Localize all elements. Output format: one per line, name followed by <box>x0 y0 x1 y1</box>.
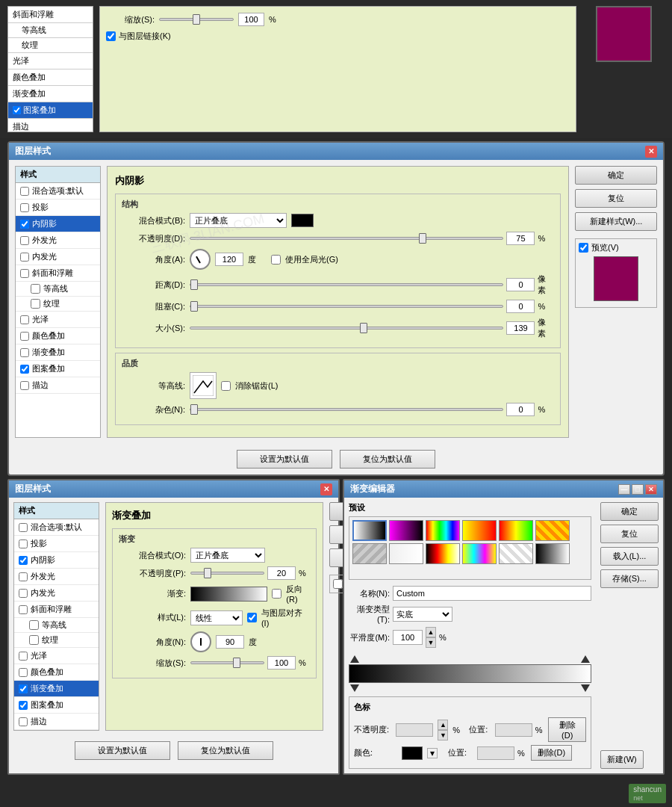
dialog1-reset-default-btn[interactable]: 复位为默认值 <box>340 450 435 469</box>
dialog2-set-default-btn[interactable]: 设置为默认值 <box>75 741 170 760</box>
distance-value-input[interactable] <box>506 278 535 291</box>
dialog1-set-default-btn[interactable]: 设置为默认值 <box>237 450 332 469</box>
opacity-slider[interactable] <box>190 237 503 240</box>
sidebar1-blend[interactable]: 混合选项:默认 <box>16 183 100 200</box>
preset-11[interactable] <box>499 543 533 564</box>
sidebar1-satin[interactable]: 光泽 <box>16 312 100 328</box>
sidebar1-shadow-check[interactable] <box>20 203 29 212</box>
position-field-input[interactable] <box>495 723 532 737</box>
sidebar1-texture[interactable]: 纹理 <box>16 297 100 312</box>
sidebar2-texture-check[interactable] <box>29 635 39 645</box>
sidebar2-satin[interactable]: 光泽 <box>14 648 99 664</box>
anti-alias-check[interactable] <box>221 381 231 391</box>
sidebar2-inner-shadow-check[interactable] <box>19 556 28 565</box>
preset-12[interactable] <box>535 543 570 564</box>
win-minimize-btn[interactable]: — <box>618 484 630 495</box>
sidebar2-texture[interactable]: 纹理 <box>14 633 99 648</box>
angle-dial[interactable] <box>190 249 211 270</box>
sidebar2-outer-glow[interactable]: 外发光 <box>14 569 99 585</box>
delete-color-btn[interactable]: 删除(D) <box>531 745 572 761</box>
dialog1-ok-btn[interactable]: 确定 <box>575 166 657 185</box>
blend-color-swatch[interactable] <box>291 214 314 227</box>
link-layer-checkbox[interactable] <box>106 31 116 41</box>
reverse-check[interactable] <box>272 589 281 599</box>
size-slider[interactable] <box>190 327 503 330</box>
sidebar2-blend-check[interactable] <box>19 523 28 532</box>
sidebar2-contour-check[interactable] <box>29 620 39 630</box>
opacity-stop-left[interactable] <box>350 655 359 663</box>
dialog1-new-style-btn[interactable]: 新建样式(W)... <box>575 212 657 231</box>
sidebar2-pattern-overlay-check[interactable] <box>19 701 28 710</box>
sidebar2-shadow[interactable]: 投影 <box>14 536 99 552</box>
sidebar2-stroke[interactable]: 描边 <box>14 714 99 730</box>
smoothness-up-btn[interactable]: ▲ <box>426 627 436 637</box>
sidebar2-contour[interactable]: 等高线 <box>14 618 99 633</box>
grad-editor-save-btn[interactable]: 存储(S)... <box>600 569 659 588</box>
grad-editor-reset-btn[interactable]: 复位 <box>600 525 659 543</box>
name-input[interactable] <box>393 586 591 601</box>
preset-4[interactable] <box>462 520 497 541</box>
smoothness-down-btn[interactable]: ▼ <box>426 637 436 648</box>
sidebar2-blend[interactable]: 混合选项:默认 <box>14 519 99 536</box>
smoothness-input[interactable] <box>393 630 423 645</box>
preset-8[interactable] <box>389 543 423 564</box>
grad-blend-select[interactable]: 正片叠底 <box>190 548 265 563</box>
global-light-check[interactable] <box>271 255 281 265</box>
sidebar1-texture-check[interactable] <box>31 299 40 309</box>
grad-opacity-value[interactable] <box>267 566 296 580</box>
color-dropdown-btn[interactable]: ▾ <box>427 748 438 758</box>
sidebar1-stroke-check[interactable] <box>20 381 29 390</box>
opacity-stop-right[interactable] <box>581 655 590 663</box>
sidebar2-inner-glow-check[interactable] <box>19 589 28 598</box>
sidebar1-pattern-overlay-check[interactable] <box>20 365 29 374</box>
grad-style-select[interactable]: 线性 <box>190 610 243 625</box>
preset-9[interactable] <box>426 543 460 564</box>
grad-opacity-slider[interactable] <box>190 572 264 575</box>
size-value-input[interactable] <box>506 321 535 335</box>
choke-slider[interactable] <box>190 305 503 308</box>
dialog2-close-btn[interactable]: ✕ <box>320 483 332 495</box>
win-close-btn[interactable]: ✕ <box>645 484 657 495</box>
sidebar2-inner-shadow[interactable]: 内阴影 <box>14 552 99 569</box>
dialog1-preview-check[interactable] <box>579 243 588 253</box>
sidebar1-inner-glow-check[interactable] <box>20 253 29 262</box>
contour-preview[interactable] <box>190 372 217 399</box>
sidebar1-color-overlay[interactable]: 颜色叠加 <box>16 328 100 344</box>
preset-5[interactable] <box>499 520 533 541</box>
sidebar2-gradient-overlay[interactable]: 渐变叠加 <box>14 681 99 697</box>
sidebar1-stroke[interactable]: 描边 <box>16 377 100 394</box>
preset-7[interactable] <box>352 543 387 564</box>
sidebar2-satin-check[interactable] <box>19 652 28 661</box>
preset-2[interactable] <box>389 520 423 541</box>
dialog1-close-btn[interactable]: ✕ <box>645 146 657 158</box>
preset-1[interactable] <box>352 520 387 541</box>
opacity-value-input[interactable] <box>506 232 535 245</box>
distance-slider[interactable] <box>190 283 503 286</box>
sidebar2-bevel-check[interactable] <box>19 605 28 614</box>
preset-6[interactable] <box>535 520 570 541</box>
opacity-down-btn[interactable]: ▼ <box>438 730 448 740</box>
sidebar2-gradient-overlay-check[interactable] <box>19 684 28 693</box>
sidebar1-color-overlay-check[interactable] <box>20 332 29 341</box>
gradient-type-select[interactable]: 实底 <box>393 607 452 622</box>
color-swatch-btn[interactable] <box>402 746 423 760</box>
sidebar2-color-overlay[interactable]: 颜色叠加 <box>14 664 99 681</box>
sidebar2-stroke-check[interactable] <box>19 717 28 726</box>
align-check[interactable] <box>247 613 257 622</box>
grad-angle-value[interactable] <box>216 635 244 649</box>
shrink-value-input[interactable] <box>238 13 264 26</box>
color-stop-left[interactable] <box>350 684 359 692</box>
sidebar2-inner-glow[interactable]: 内发光 <box>14 585 99 602</box>
shrink-slider[interactable] <box>159 18 234 21</box>
blend-mode-select[interactable]: 正片叠底 <box>190 213 287 228</box>
noise-slider[interactable] <box>190 408 503 411</box>
sidebar2-bevel[interactable]: 斜面和浮雕 <box>14 602 99 618</box>
grad-editor-load-btn[interactable]: 载入(L)... <box>600 547 659 566</box>
sidebar1-gradient-overlay-check[interactable] <box>20 348 29 357</box>
sidebar1-satin-check[interactable] <box>20 315 29 324</box>
angle-value-input[interactable] <box>215 253 243 266</box>
noise-value-input[interactable] <box>506 403 535 416</box>
sidebar1-gradient-overlay[interactable]: 渐变叠加 <box>16 344 100 361</box>
sidebar1-inner-shadow[interactable]: 内阴影 <box>16 216 100 232</box>
gradient-preview-bar[interactable] <box>190 587 267 602</box>
